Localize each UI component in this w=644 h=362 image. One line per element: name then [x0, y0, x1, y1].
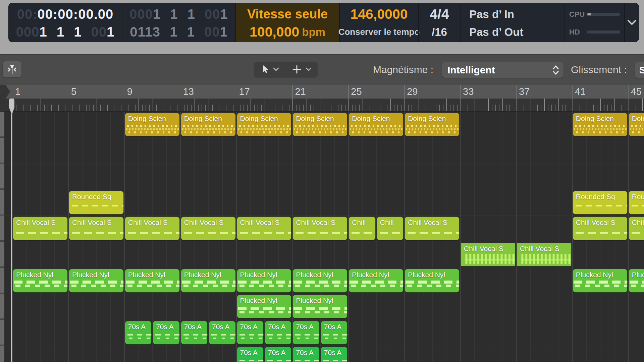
playhead-line[interactable]: [11, 99, 12, 362]
midi-region[interactable]: Plucked Nyl: [237, 295, 292, 318]
lcd-digit-group: 1 1 1: [153, 7, 205, 22]
midi-region[interactable]: Plucked Nyl: [181, 269, 236, 293]
region-name: 70s A: [153, 321, 179, 331]
smpte-position-value[interactable]: 0001 1 1 001: [9, 23, 122, 41]
midi-region[interactable]: Doing Scien: [237, 113, 292, 136]
midi-region[interactable]: Chill Vocal S: [573, 217, 628, 240]
midi-region[interactable]: Plucked Nyl: [348, 269, 404, 293]
midi-region[interactable]: Doing Scien: [573, 113, 628, 136]
midi-region[interactable]: Doin: [629, 113, 644, 136]
varispeed-mode[interactable]: Vitesse seule: [236, 5, 339, 23]
midi-region[interactable]: Chill Vocal S: [292, 217, 347, 240]
midi-region[interactable]: Plucked Nyl: [292, 269, 347, 293]
midi-region[interactable]: Chill Vocal S: [13, 217, 68, 240]
midi-region[interactable]: Chill Vocal S: [405, 217, 460, 240]
midi-out-status[interactable]: Pas d’ Out: [461, 23, 564, 41]
midi-region[interactable]: Doing Scien: [348, 113, 404, 136]
tempo-mode-label[interactable]: Conserver le tempo: [340, 23, 418, 41]
midi-region[interactable]: Doing Scien: [292, 113, 347, 136]
bars-row-2[interactable]: 0113 1 1 001: [122, 23, 235, 41]
midi-region[interactable]: 70s A: [237, 321, 264, 345]
midi-region[interactable]: 70s A: [321, 347, 347, 362]
region-name: Chill Vocal S: [237, 217, 291, 227]
varispeed-value[interactable]: 100,000: [250, 24, 299, 40]
region-name: Chill: [377, 217, 403, 227]
midi-region[interactable]: Plucked Nyl: [237, 269, 292, 293]
drag-mode-select[interactable]: S: [635, 62, 644, 78]
midi-region[interactable]: 70s A: [209, 321, 235, 345]
midi-region[interactable]: Doing Scien: [125, 113, 180, 136]
midi-region[interactable]: 70s A: [321, 321, 347, 345]
lcd-varispeed[interactable]: Vitesse seule 100,000 bpm: [235, 3, 339, 42]
midi-region[interactable]: Plucked Nyl: [125, 269, 180, 293]
lcd-time-signature[interactable]: 4/4 /16: [418, 3, 460, 42]
region-name: Chil: [629, 217, 644, 227]
midi-region[interactable]: Chill Vocal S: [69, 217, 124, 240]
division-value[interactable]: /16: [419, 23, 460, 41]
midi-region[interactable]: Plucked Nyl: [13, 269, 68, 293]
lcd-options-button[interactable]: [624, 3, 639, 42]
hd-meter-label: HD: [569, 28, 587, 37]
lcd-tempo[interactable]: 146,0000 Conserver le tempo: [339, 3, 418, 42]
region-name: Doing Scien: [181, 113, 235, 123]
midi-region[interactable]: Plucked Nyl: [292, 295, 347, 318]
left-click-tool-button[interactable]: [254, 62, 286, 77]
lcd-smpte-time[interactable]: 00:00:00:00.00 0001 1 1 001: [9, 3, 122, 42]
midi-region[interactable]: 70s A: [292, 347, 319, 362]
midi-region[interactable]: Chill Vocal S: [237, 217, 292, 240]
bars-row-1[interactable]: 0001 1 1 001: [122, 5, 235, 23]
region-name: Chill: [349, 217, 375, 227]
updown-chevrons-icon: [552, 65, 559, 75]
tracks-area[interactable]: Doing ScienDoing ScienDoing ScienDoing S…: [0, 112, 644, 362]
command-click-tool-button[interactable]: [286, 62, 318, 77]
tempo-value[interactable]: 146,0000: [340, 5, 418, 23]
ruler-bar-number: 33: [463, 86, 474, 97]
midi-region[interactable]: Rou: [629, 191, 644, 215]
midi-region[interactable]: Pluc: [629, 269, 644, 293]
midi-in-status[interactable]: Pas d’ In: [461, 5, 564, 23]
midi-region[interactable]: Chill Vocal S: [125, 217, 180, 240]
snap-mode-select[interactable]: Intelligent: [442, 62, 564, 78]
midi-region[interactable]: Plucked Nyl: [573, 269, 628, 293]
midi-region[interactable]: Doing Scien: [181, 113, 236, 136]
beat-ruler-ticks[interactable]: [0, 99, 644, 112]
catch-playhead-button[interactable]: [3, 61, 21, 77]
region-name: Doin: [629, 113, 644, 123]
midi-region[interactable]: Plucked Nyl: [405, 269, 460, 293]
ruler-bar-line: [348, 85, 349, 99]
bar-ruler[interactable]: 159131721252933374145: [0, 85, 644, 99]
lcd-digit-group: 00: [204, 24, 220, 40]
region-name: 70s A: [321, 347, 347, 357]
midi-region[interactable]: Doing Scien: [405, 113, 460, 136]
midi-region[interactable]: 70s A: [181, 321, 208, 345]
region-name: Plucked Nyl: [293, 295, 347, 305]
region-name: Plucked Nyl: [125, 269, 179, 279]
audio-region[interactable]: Chill Vocal S: [517, 243, 572, 266]
lcd-midi-io[interactable]: Pas d’ In Pas d’ Out: [460, 3, 564, 42]
midi-region[interactable]: 70s A: [265, 321, 291, 345]
midi-region[interactable]: Plucked Nyl: [69, 269, 124, 293]
lcd-performance-meters[interactable]: CPU HD: [564, 3, 624, 42]
midi-region[interactable]: Chill: [377, 217, 404, 240]
midi-region[interactable]: 70s A: [292, 321, 319, 345]
midi-region[interactable]: 70s A: [237, 347, 264, 362]
midi-region[interactable]: Rounded Sq: [573, 191, 628, 215]
midi-region[interactable]: Chil: [629, 217, 644, 240]
time-signature-value[interactable]: 4/4: [419, 5, 460, 23]
midi-region[interactable]: Chill Vocal S: [181, 217, 236, 240]
midi-region[interactable]: Chill: [348, 217, 375, 240]
ruler-bar-number: 21: [295, 86, 306, 97]
midi-region[interactable]: 70s A: [153, 321, 179, 345]
region-name: Doing Scien: [237, 113, 291, 123]
ruler-bar-number: 5: [71, 86, 76, 97]
region-name: 70s A: [181, 321, 207, 331]
region-name: Chill Vocal S: [517, 243, 571, 253]
midi-region[interactable]: 70s A: [265, 347, 291, 362]
lcd-bars-beats[interactable]: 0001 1 1 001 0113 1 1 001: [122, 3, 235, 42]
midi-region[interactable]: Rounded Sq: [69, 191, 124, 215]
smpte-time-value[interactable]: 00:00:00:00.00: [9, 5, 122, 23]
audio-region[interactable]: Chill Vocal S: [461, 243, 516, 266]
lcd-digit-group: 00: [205, 7, 220, 22]
midi-region[interactable]: 70s A: [125, 321, 152, 345]
lcd-digit-group: 1: [107, 24, 114, 40]
